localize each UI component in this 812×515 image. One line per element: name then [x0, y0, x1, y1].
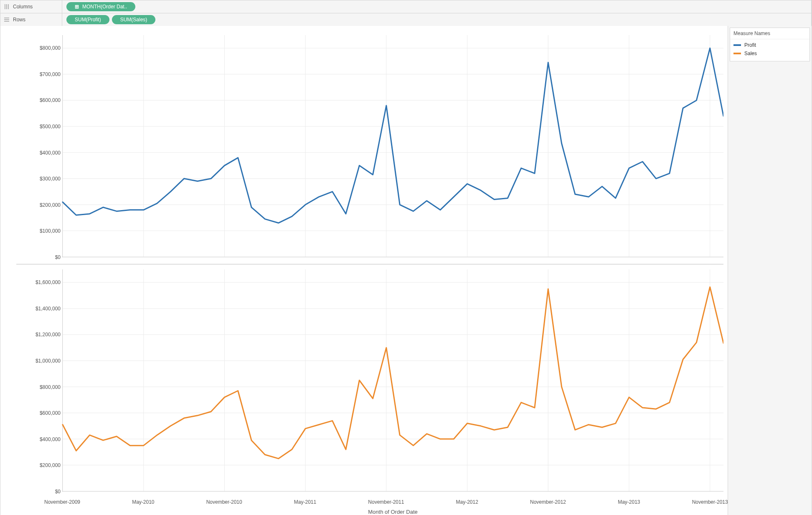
y-tick-label: $400,000 [40, 436, 61, 442]
y-tick-label: $800,000 [40, 45, 61, 51]
legend-item[interactable]: Sales [733, 49, 806, 58]
x-tick-label: November-2009 [44, 499, 80, 505]
y-tick-label: $200,000 [40, 202, 61, 208]
y-tick-label: $0 [55, 254, 61, 260]
x-tick-label: November-2010 [206, 499, 242, 505]
rows-shelf-label: Rows [13, 17, 25, 23]
rows-icon [4, 17, 10, 23]
rows-shelf[interactable]: Rows SUM(Profit)SUM(Sales) [0, 13, 812, 26]
y-tick-label: $500,000 [40, 124, 61, 129]
y-tick-label: $1,200,000 [36, 332, 61, 337]
y-tick-label: $600,000 [40, 410, 61, 416]
field-pill-label: SUM(Profit) [75, 17, 101, 23]
y-tick-label: $400,000 [40, 150, 61, 156]
x-axis-title: Month of Order Date [62, 509, 723, 515]
field-pill[interactable]: ⊞MONTH(Order Dat.. [66, 2, 135, 11]
viz-area[interactable]: Profit$0$100,000$200,000$300,000$400,000… [0, 26, 728, 515]
legend-item-label: Sales [744, 51, 757, 56]
expand-plus-icon[interactable]: ⊞ [75, 4, 79, 10]
y-tick-label: $1,400,000 [36, 306, 61, 312]
plot-area[interactable] [62, 269, 723, 492]
legend-item[interactable]: Profit [733, 41, 806, 49]
x-tick-label: November-2013 [692, 499, 728, 505]
chart-pane-profit[interactable]: Profit$0$100,000$200,000$300,000$400,000… [16, 30, 723, 264]
legend-title: Measure Names [730, 28, 809, 39]
y-tick-label: $600,000 [40, 97, 61, 103]
x-tick-label: November-2012 [530, 499, 566, 505]
columns-shelf-dropzone[interactable]: ⊞MONTH(Order Dat.. [62, 0, 812, 13]
columns-icon [4, 4, 10, 10]
columns-shelf[interactable]: Columns ⊞MONTH(Order Dat.. [0, 0, 812, 13]
y-tick-label: $100,000 [40, 228, 61, 234]
chart-pane-sales[interactable]: Sales$0$200,000$400,000$600,000$800,000$… [16, 264, 723, 498]
field-pill[interactable]: SUM(Profit) [66, 15, 109, 24]
y-tick-label: $1,600,000 [36, 279, 61, 285]
rows-shelf-label-cell: Rows [0, 13, 62, 26]
legend-panel: Measure Names ProfitSales [728, 26, 812, 515]
columns-shelf-label: Columns [13, 4, 33, 10]
x-tick-label: May-2012 [456, 499, 478, 505]
legend-swatch [733, 53, 741, 54]
y-tick-label: $300,000 [40, 176, 61, 182]
x-tick-label: May-2013 [618, 499, 640, 505]
line-series-sales[interactable] [63, 287, 723, 459]
field-pill-label: MONTH(Order Dat.. [82, 4, 127, 10]
y-tick-label: $800,000 [40, 384, 61, 390]
y-tick-label: $700,000 [40, 71, 61, 77]
y-tick-label: $200,000 [40, 462, 61, 468]
field-pill[interactable]: SUM(Sales) [112, 15, 156, 24]
rows-shelf-dropzone[interactable]: SUM(Profit)SUM(Sales) [62, 13, 812, 26]
legend-item-label: Profit [744, 42, 756, 48]
field-pill-label: SUM(Sales) [120, 17, 147, 23]
plot-area[interactable] [62, 35, 723, 257]
columns-shelf-label-cell: Columns [0, 0, 62, 13]
x-tick-label: May-2011 [294, 499, 316, 505]
x-tick-label: May-2010 [132, 499, 154, 505]
legend-box[interactable]: Measure Names ProfitSales [730, 28, 810, 61]
legend-swatch [733, 44, 741, 46]
y-tick-label: $1,000,000 [36, 358, 61, 364]
x-tick-label: November-2011 [368, 499, 404, 505]
y-tick-label: $0 [55, 489, 61, 495]
